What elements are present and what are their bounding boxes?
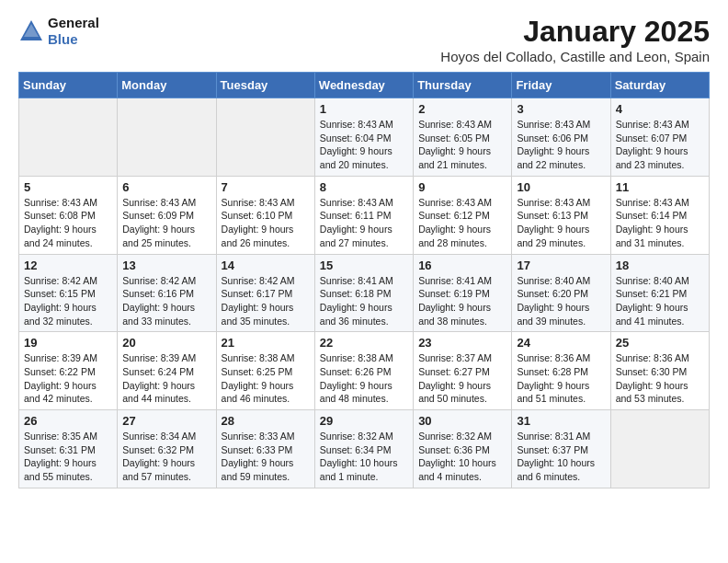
week-row-2: 5Sunrise: 8:43 AM Sunset: 6:08 PM Daylig… <box>19 176 710 254</box>
page-header: General Blue January 2025 Hoyos del Coll… <box>18 15 710 64</box>
day-cell: 17Sunrise: 8:40 AM Sunset: 6:20 PM Dayli… <box>512 254 610 332</box>
day-number: 3 <box>517 102 605 116</box>
day-number: 25 <box>616 336 704 350</box>
day-cell: 4Sunrise: 8:43 AM Sunset: 6:07 PM Daylig… <box>610 98 709 177</box>
day-number: 28 <box>222 414 310 428</box>
day-cell: 13Sunrise: 8:42 AM Sunset: 6:16 PM Dayli… <box>118 254 216 332</box>
day-number: 26 <box>24 414 112 428</box>
weekday-header-friday: Friday <box>512 73 610 98</box>
day-cell: 16Sunrise: 8:41 AM Sunset: 6:19 PM Dayli… <box>414 254 512 332</box>
day-info: Sunrise: 8:36 AM Sunset: 6:28 PM Dayligh… <box>517 351 605 406</box>
week-row-1: 1Sunrise: 8:43 AM Sunset: 6:04 PM Daylig… <box>19 98 710 177</box>
weekday-header-monday: Monday <box>118 73 216 98</box>
day-info: Sunrise: 8:37 AM Sunset: 6:27 PM Dayligh… <box>418 351 506 406</box>
subtitle: Hoyos del Collado, Castille and Leon, Sp… <box>440 49 710 64</box>
logo-text: General Blue <box>48 15 99 48</box>
day-cell: 23Sunrise: 8:37 AM Sunset: 6:27 PM Dayli… <box>414 332 512 410</box>
day-number: 20 <box>122 336 210 350</box>
day-info: Sunrise: 8:43 AM Sunset: 6:08 PM Dayligh… <box>24 196 112 250</box>
day-info: Sunrise: 8:38 AM Sunset: 6:26 PM Dayligh… <box>320 351 408 406</box>
day-number: 15 <box>320 259 408 272</box>
day-number: 6 <box>122 180 210 194</box>
title-block: January 2025 Hoyos del Collado, Castille… <box>440 15 710 64</box>
day-number: 31 <box>517 414 605 428</box>
week-row-5: 26Sunrise: 8:35 AM Sunset: 6:31 PM Dayli… <box>19 410 710 488</box>
day-cell: 2Sunrise: 8:43 AM Sunset: 6:05 PM Daylig… <box>414 98 512 177</box>
main-title: January 2025 <box>440 15 710 49</box>
day-number: 12 <box>24 259 112 272</box>
day-cell: 21Sunrise: 8:38 AM Sunset: 6:25 PM Dayli… <box>216 332 314 410</box>
weekday-header-saturday: Saturday <box>610 73 709 98</box>
day-info: Sunrise: 8:34 AM Sunset: 6:32 PM Dayligh… <box>122 430 210 484</box>
day-info: Sunrise: 8:32 AM Sunset: 6:36 PM Dayligh… <box>418 430 506 484</box>
day-number: 24 <box>517 336 605 350</box>
day-info: Sunrise: 8:31 AM Sunset: 6:37 PM Dayligh… <box>517 430 605 484</box>
day-number: 22 <box>320 336 408 350</box>
day-cell: 15Sunrise: 8:41 AM Sunset: 6:18 PM Dayli… <box>314 254 413 332</box>
day-info: Sunrise: 8:36 AM Sunset: 6:30 PM Dayligh… <box>616 351 704 406</box>
day-info: Sunrise: 8:40 AM Sunset: 6:21 PM Dayligh… <box>616 274 704 328</box>
week-row-4: 19Sunrise: 8:39 AM Sunset: 6:22 PM Dayli… <box>19 332 710 410</box>
day-cell: 8Sunrise: 8:43 AM Sunset: 6:11 PM Daylig… <box>314 176 413 254</box>
day-number: 16 <box>418 259 506 272</box>
day-number: 30 <box>418 414 506 428</box>
day-cell: 5Sunrise: 8:43 AM Sunset: 6:08 PM Daylig… <box>19 176 118 254</box>
day-info: Sunrise: 8:43 AM Sunset: 6:07 PM Dayligh… <box>616 118 704 172</box>
day-cell: 1Sunrise: 8:43 AM Sunset: 6:04 PM Daylig… <box>314 98 413 177</box>
day-info: Sunrise: 8:43 AM Sunset: 6:06 PM Dayligh… <box>517 118 605 172</box>
day-number: 4 <box>616 102 704 116</box>
day-cell: 6Sunrise: 8:43 AM Sunset: 6:09 PM Daylig… <box>118 176 216 254</box>
day-number: 19 <box>24 336 112 350</box>
day-info: Sunrise: 8:43 AM Sunset: 6:11 PM Dayligh… <box>320 196 408 250</box>
day-cell: 30Sunrise: 8:32 AM Sunset: 6:36 PM Dayli… <box>414 410 512 488</box>
calendar-table: SundayMondayTuesdayWednesdayThursdayFrid… <box>18 72 710 488</box>
day-cell: 10Sunrise: 8:43 AM Sunset: 6:13 PM Dayli… <box>512 176 610 254</box>
day-number: 23 <box>418 336 506 350</box>
day-info: Sunrise: 8:39 AM Sunset: 6:24 PM Dayligh… <box>122 351 210 406</box>
day-cell: 18Sunrise: 8:40 AM Sunset: 6:21 PM Dayli… <box>610 254 709 332</box>
day-cell: 14Sunrise: 8:42 AM Sunset: 6:17 PM Dayli… <box>216 254 314 332</box>
day-number: 5 <box>24 180 112 194</box>
weekday-header-tuesday: Tuesday <box>216 73 314 98</box>
day-info: Sunrise: 8:43 AM Sunset: 6:14 PM Dayligh… <box>616 196 704 250</box>
day-info: Sunrise: 8:38 AM Sunset: 6:25 PM Dayligh… <box>222 351 310 406</box>
day-info: Sunrise: 8:40 AM Sunset: 6:20 PM Dayligh… <box>517 274 605 328</box>
day-cell: 22Sunrise: 8:38 AM Sunset: 6:26 PM Dayli… <box>314 332 413 410</box>
day-cell: 27Sunrise: 8:34 AM Sunset: 6:32 PM Dayli… <box>118 410 216 488</box>
day-info: Sunrise: 8:39 AM Sunset: 6:22 PM Dayligh… <box>24 351 112 406</box>
weekday-header-wednesday: Wednesday <box>314 73 413 98</box>
day-cell: 25Sunrise: 8:36 AM Sunset: 6:30 PM Dayli… <box>610 332 709 410</box>
day-cell: 9Sunrise: 8:43 AM Sunset: 6:12 PM Daylig… <box>414 176 512 254</box>
day-number: 7 <box>222 180 310 194</box>
calendar-page: General Blue January 2025 Hoyos del Coll… <box>0 0 728 507</box>
day-number: 13 <box>122 259 210 272</box>
day-info: Sunrise: 8:43 AM Sunset: 6:05 PM Dayligh… <box>418 118 506 172</box>
day-cell <box>610 410 709 488</box>
day-info: Sunrise: 8:43 AM Sunset: 6:10 PM Dayligh… <box>222 196 310 250</box>
day-info: Sunrise: 8:41 AM Sunset: 6:19 PM Dayligh… <box>418 274 506 328</box>
day-cell: 7Sunrise: 8:43 AM Sunset: 6:10 PM Daylig… <box>216 176 314 254</box>
day-info: Sunrise: 8:33 AM Sunset: 6:33 PM Dayligh… <box>222 430 310 484</box>
day-number: 8 <box>320 180 408 194</box>
day-info: Sunrise: 8:32 AM Sunset: 6:34 PM Dayligh… <box>320 430 408 484</box>
weekday-header-row: SundayMondayTuesdayWednesdayThursdayFrid… <box>19 73 710 98</box>
day-info: Sunrise: 8:43 AM Sunset: 6:09 PM Dayligh… <box>122 196 210 250</box>
day-cell: 28Sunrise: 8:33 AM Sunset: 6:33 PM Dayli… <box>216 410 314 488</box>
day-info: Sunrise: 8:43 AM Sunset: 6:13 PM Dayligh… <box>517 196 605 250</box>
logo-icon <box>18 18 44 44</box>
day-cell <box>118 98 216 177</box>
day-number: 11 <box>616 180 704 194</box>
day-number: 29 <box>320 414 408 428</box>
day-number: 1 <box>320 102 408 116</box>
day-number: 10 <box>517 180 605 194</box>
day-cell <box>216 98 314 177</box>
day-cell: 19Sunrise: 8:39 AM Sunset: 6:22 PM Dayli… <box>19 332 118 410</box>
day-cell <box>19 98 118 177</box>
day-cell: 11Sunrise: 8:43 AM Sunset: 6:14 PM Dayli… <box>610 176 709 254</box>
day-info: Sunrise: 8:42 AM Sunset: 6:17 PM Dayligh… <box>222 274 310 328</box>
day-info: Sunrise: 8:41 AM Sunset: 6:18 PM Dayligh… <box>320 274 408 328</box>
day-cell: 12Sunrise: 8:42 AM Sunset: 6:15 PM Dayli… <box>19 254 118 332</box>
weekday-header-sunday: Sunday <box>19 73 118 98</box>
day-number: 27 <box>122 414 210 428</box>
day-info: Sunrise: 8:43 AM Sunset: 6:12 PM Dayligh… <box>418 196 506 250</box>
